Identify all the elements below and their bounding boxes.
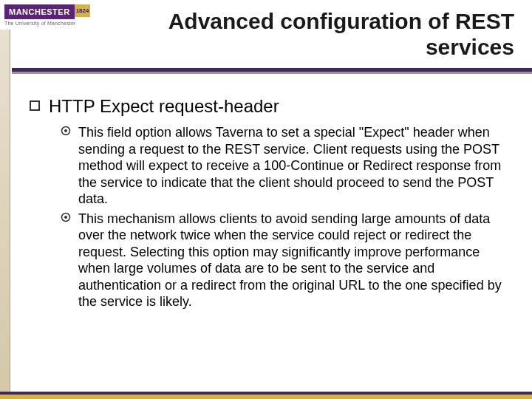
title-rule-light — [12, 72, 532, 74]
svg-point-3 — [64, 216, 67, 219]
bullet-level2: This mechanism allows clients to avoid s… — [61, 211, 510, 310]
footer-bar — [0, 392, 532, 399]
bullet-level2-text: This field option allows Taverna to set … — [78, 124, 510, 208]
content-area: HTTP Expect request-header This field op… — [30, 96, 510, 313]
slide-title: Advanced configuration of REST services — [118, 9, 514, 60]
target-bullet-icon — [61, 126, 71, 136]
svg-point-1 — [64, 129, 67, 132]
target-bullet-icon — [61, 212, 71, 222]
logo-year: 1824 — [75, 4, 91, 17]
side-strip — [0, 30, 10, 392]
slide: MANCHESTER1824 The University of Manches… — [0, 0, 532, 399]
bullet-level2: This field option allows Taverna to set … — [61, 124, 510, 208]
logo-subtitle: The University of Manchester — [4, 21, 93, 26]
logo-area: MANCHESTER1824 The University of Manches… — [4, 4, 93, 26]
bullet-level2-text: This mechanism allows clients to avoid s… — [78, 211, 510, 310]
logo-name: MANCHESTER — [4, 4, 75, 19]
bullet-level1-text: HTTP Expect request-header — [49, 96, 279, 117]
bullet-level2-group: This field option allows Taverna to set … — [61, 124, 510, 310]
square-bullet-icon — [30, 100, 40, 111]
bullet-level1: HTTP Expect request-header — [30, 96, 510, 117]
